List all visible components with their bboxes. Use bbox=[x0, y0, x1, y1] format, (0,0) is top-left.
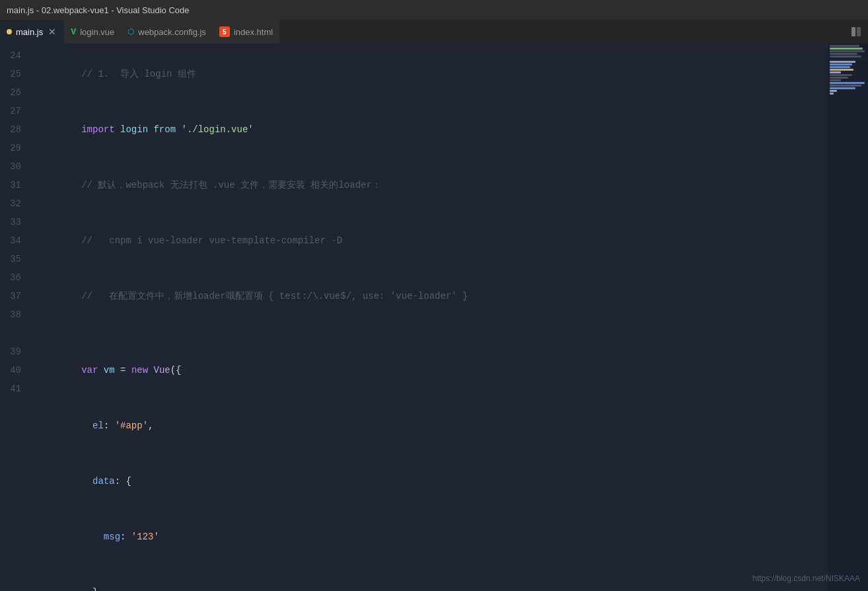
svg-rect-0 bbox=[851, 27, 855, 36]
code-line-28: // 在配置文件中，新增loader哦配置项 { test:/\.vue$/, … bbox=[37, 268, 828, 324]
tab-main-js[interactable]: main.js ✕ bbox=[0, 20, 64, 44]
tab-webpack-icon: ⬡ bbox=[127, 27, 134, 36]
code-line-32: data: { bbox=[37, 453, 828, 509]
tab-index-html[interactable]: 5 index.html bbox=[213, 20, 279, 44]
tab-main-js-dot bbox=[7, 29, 12, 34]
code-line-31: el: '#app', bbox=[37, 398, 828, 453]
tab-main-js-label: main.js bbox=[16, 27, 43, 37]
tabs-bar: main.js ✕ V login.vue ⬡ webpack.config.j… bbox=[0, 20, 868, 44]
minimap bbox=[828, 44, 868, 591]
code-container[interactable]: 24 25 26 27 28 29 30 31 32 33 34 35 36 3… bbox=[0, 44, 868, 591]
code-line-24: // 1. 导入 login 组件 bbox=[37, 46, 828, 102]
code-line-33: msg: '123' bbox=[37, 509, 828, 565]
tab-html-label: index.html bbox=[234, 27, 273, 37]
tab-login-vue-icon: V bbox=[71, 27, 76, 36]
editor-area: 24 25 26 27 28 29 30 31 32 33 34 35 36 3… bbox=[0, 44, 868, 591]
code-line-29 bbox=[37, 324, 828, 342]
svg-rect-1 bbox=[857, 27, 861, 36]
tab-webpack-label: webpack.config.js bbox=[138, 27, 206, 37]
code-lines: // 1. 导入 login 组件 import login from './l… bbox=[26, 44, 828, 591]
title-bar: main.js - 02.webpack-vue1 - Visual Studi… bbox=[0, 0, 868, 20]
watermark: https://blog.csdn.net/NISKAAA bbox=[752, 574, 860, 583]
tab-login-vue-label: login.vue bbox=[80, 27, 114, 37]
window-title: main.js - 02.webpack-vue1 - Visual Studi… bbox=[7, 5, 190, 15]
code-line-27: // cnpm i vue-loader vue-template-compil… bbox=[37, 213, 828, 268]
tab-login-vue[interactable]: V login.vue bbox=[64, 20, 121, 44]
line-numbers: 24 25 26 27 28 29 30 31 32 33 34 35 36 3… bbox=[0, 44, 26, 591]
code-line-25: import login from './login.vue' bbox=[37, 102, 828, 157]
tab-webpack-config[interactable]: ⬡ webpack.config.js bbox=[121, 20, 213, 44]
layout-button[interactable] bbox=[844, 20, 868, 44]
tab-main-js-close[interactable]: ✕ bbox=[47, 26, 57, 37]
code-line-34: }, bbox=[37, 565, 828, 591]
code-line-30: var vm = new Vue({ bbox=[37, 342, 828, 398]
tab-html-icon: 5 bbox=[219, 26, 230, 37]
code-line-26: // 默认，webpack 无法打包 .vue 文件，需要安装 相关的loade… bbox=[37, 157, 828, 213]
